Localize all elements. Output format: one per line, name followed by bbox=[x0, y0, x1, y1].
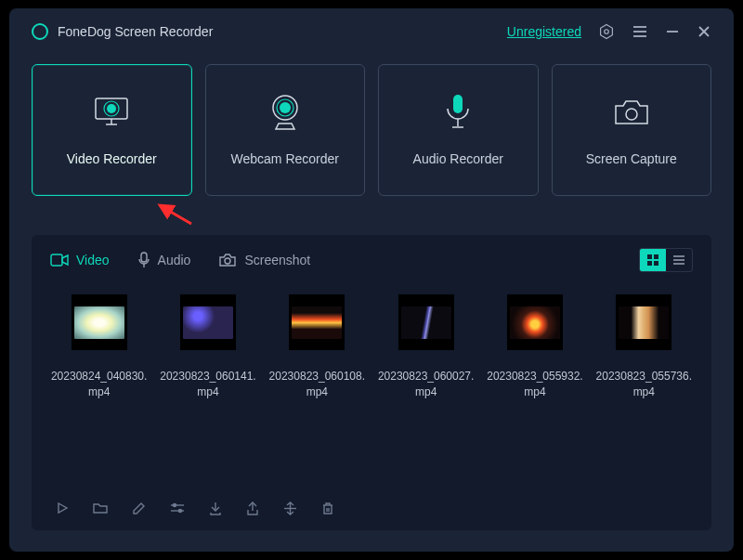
svg-point-19 bbox=[626, 109, 637, 120]
tab-audio[interactable]: Audio bbox=[137, 252, 191, 268]
svg-marker-0 bbox=[601, 25, 613, 39]
app-window: FoneDog Screen Recorder Unregistered bbox=[9, 8, 734, 552]
file-thumbnail bbox=[180, 294, 236, 350]
edit-icon[interactable] bbox=[132, 501, 146, 515]
file-item[interactable]: 20230823_055736.mp4 bbox=[595, 294, 693, 400]
file-thumbnail bbox=[72, 294, 127, 350]
file-thumbnail bbox=[289, 294, 345, 350]
file-name: 20230823_060027.mp4 bbox=[377, 369, 475, 400]
svg-point-23 bbox=[225, 258, 230, 264]
file-name: 20230823_055736.mp4 bbox=[595, 369, 693, 400]
settings-icon[interactable] bbox=[598, 23, 615, 40]
grid-view-button[interactable] bbox=[640, 249, 666, 271]
file-item[interactable]: 20230823_060108.mp4 bbox=[268, 294, 366, 400]
app-logo-icon bbox=[32, 23, 48, 40]
svg-point-1 bbox=[605, 30, 609, 34]
folder-icon[interactable] bbox=[93, 501, 108, 514]
file-item[interactable]: 20230824_040830.mp4 bbox=[50, 294, 148, 400]
title-left: FoneDog Screen Recorder bbox=[32, 23, 213, 40]
tab-label: Screenshot bbox=[244, 253, 310, 267]
list-view-button[interactable] bbox=[666, 249, 692, 271]
camera-icon bbox=[611, 94, 652, 131]
share-icon[interactable] bbox=[246, 501, 259, 515]
sliders-icon[interactable] bbox=[170, 501, 185, 514]
microphone-icon bbox=[442, 94, 474, 131]
files-panel: Video Audio Screenshot 2 bbox=[32, 235, 711, 530]
mode-label: Webcam Recorder bbox=[231, 151, 339, 166]
tab-label: Audio bbox=[158, 253, 191, 267]
svg-rect-20 bbox=[51, 254, 62, 266]
mode-label: Video Recorder bbox=[67, 151, 157, 166]
mode-label: Audio Recorder bbox=[413, 151, 503, 166]
panel-toolbar bbox=[32, 486, 711, 530]
view-switch bbox=[639, 248, 693, 272]
svg-rect-27 bbox=[654, 261, 658, 266]
registration-link[interactable]: Unregistered bbox=[507, 24, 581, 39]
file-thumbnail bbox=[507, 294, 563, 350]
trash-icon[interactable] bbox=[321, 501, 334, 515]
svg-rect-24 bbox=[647, 254, 652, 259]
tab-label: Video bbox=[76, 253, 110, 267]
svg-point-14 bbox=[280, 102, 291, 113]
file-name: 20230823_055932.mp4 bbox=[486, 369, 583, 400]
svg-point-33 bbox=[173, 503, 176, 506]
svg-rect-26 bbox=[647, 261, 652, 266]
titlebar: FoneDog Screen Recorder Unregistered bbox=[9, 8, 734, 55]
menu-icon[interactable] bbox=[632, 24, 648, 39]
file-name: 20230824_040830.mp4 bbox=[50, 369, 148, 400]
mode-label: Screen Capture bbox=[586, 151, 677, 166]
svg-rect-25 bbox=[654, 254, 658, 259]
tab-video[interactable]: Video bbox=[50, 252, 110, 268]
file-tabs: Video Audio Screenshot bbox=[50, 252, 310, 268]
tab-screenshot[interactable]: Screenshot bbox=[218, 252, 310, 268]
file-thumbnail bbox=[398, 294, 454, 350]
svg-point-34 bbox=[178, 509, 181, 512]
file-item[interactable]: 20230823_060141.mp4 bbox=[159, 294, 256, 400]
mode-audio-recorder[interactable]: Audio Recorder bbox=[378, 64, 539, 196]
convert-icon[interactable] bbox=[283, 501, 297, 515]
annotation-arrow-icon bbox=[150, 200, 195, 228]
svg-point-11 bbox=[107, 104, 116, 113]
mode-webcam-recorder[interactable]: Webcam Recorder bbox=[205, 64, 366, 196]
svg-rect-21 bbox=[141, 253, 147, 262]
file-grid: 20230824_040830.mp420230823_060141.mp420… bbox=[32, 285, 711, 400]
title-right: Unregistered bbox=[507, 23, 711, 40]
file-name: 20230823_060141.mp4 bbox=[159, 369, 256, 400]
mode-video-recorder[interactable]: Video Recorder bbox=[32, 64, 192, 196]
play-icon[interactable] bbox=[56, 501, 69, 514]
webcam-icon bbox=[267, 94, 304, 131]
file-item[interactable]: 20230823_060027.mp4 bbox=[377, 294, 475, 400]
file-thumbnail bbox=[616, 294, 671, 350]
file-item[interactable]: 20230823_055932.mp4 bbox=[486, 294, 583, 400]
monitor-icon bbox=[89, 94, 134, 131]
panel-top: Video Audio Screenshot bbox=[32, 235, 711, 285]
mode-screen-capture[interactable]: Screen Capture bbox=[552, 64, 712, 196]
download-icon[interactable] bbox=[209, 501, 222, 515]
app-title: FoneDog Screen Recorder bbox=[58, 24, 213, 39]
mode-cards: Video Recorder Webcam Recorder bbox=[9, 55, 734, 196]
close-icon[interactable] bbox=[697, 24, 711, 39]
minimize-icon[interactable] bbox=[665, 24, 680, 39]
svg-rect-16 bbox=[453, 95, 463, 113]
file-name: 20230823_060108.mp4 bbox=[268, 369, 366, 400]
